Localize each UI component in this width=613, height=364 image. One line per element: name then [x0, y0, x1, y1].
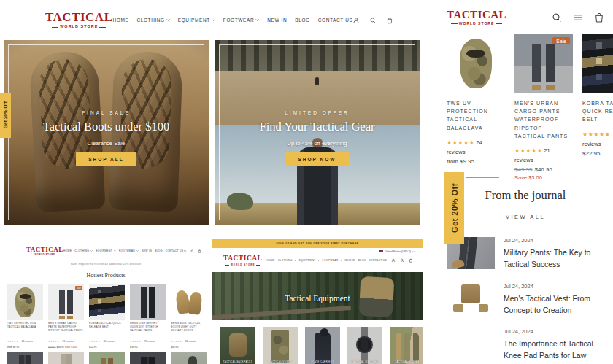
product-card[interactable]: KOBRA TACTICAL QUICK RELEASE BELT ★★★★★ …	[582, 34, 613, 181]
post-title[interactable]: Military Pants: The Key to Tactical Succ…	[504, 247, 612, 271]
product-image-stretch-pants[interactable]	[130, 284, 166, 320]
locale-selector[interactable]: United States (USD $)	[212, 248, 423, 254]
search-icon[interactable]	[400, 258, 404, 263]
view-all-button[interactable]: VIEW ALL	[496, 209, 555, 225]
product-image-cargo-pants[interactable]: Sale	[48, 284, 84, 320]
category-card-vests[interactable]: TACTICAL VESTS	[263, 327, 298, 364]
hero-title: Find Your Tactical Gear	[215, 120, 420, 134]
product-card[interactable]: Sale MEN'S URBAN CARGO PANTS WATERPROOF …	[514, 34, 573, 181]
account-icon[interactable]	[183, 249, 187, 253]
search-icon[interactable]	[369, 17, 377, 24]
nav-item-footwear[interactable]: FOOTWEAR	[223, 18, 259, 23]
product-card[interactable]: Kobra Tactical Quick Release Belt ★★★★★ …	[89, 284, 125, 349]
category-card-backpacks[interactable]: TACTICAL BACKPACKS	[220, 327, 255, 364]
nav-item-contact-us[interactable]: CONTACT US	[369, 259, 387, 262]
product-card[interactable]: Men's Lightweight Quick Dry Stretch Tact…	[130, 284, 166, 349]
product-image-balaclava[interactable]	[7, 284, 43, 320]
post-title[interactable]: Men's Tactical Vest: From Concept to Cre…	[504, 293, 612, 317]
product-image-khaki-pants[interactable]	[89, 352, 125, 364]
announcement-bar[interactable]: SIGN UP AND GET 20% OFF YOUR FIRST PURCH…	[212, 239, 423, 248]
star-rating: ★★★★★	[130, 340, 141, 343]
product-image-balaclava[interactable]	[447, 34, 505, 93]
shop-all-button[interactable]: SHOP ALL	[76, 152, 136, 166]
shop-now-button[interactable]: SHOP NOW	[286, 152, 349, 166]
store-logo[interactable]: TACTICAL WORLD STORE	[26, 247, 63, 256]
product-image-black-jeans[interactable]	[130, 352, 166, 364]
cart-bag-icon[interactable]	[386, 17, 393, 24]
product-card[interactable]: Men's Bulk Tactical Boots Light Duty Mil…	[171, 284, 207, 349]
nav-item-equipment[interactable]: EQUIPMENT	[299, 259, 320, 262]
store-logo[interactable]: TACTICAL WORLD STORE	[45, 11, 112, 29]
category-card-plate-carriers[interactable]: PLATE CARRIERS	[305, 327, 340, 364]
nav-item-footwear[interactable]: FOOTWEAR	[323, 259, 342, 262]
review-count: 30 reviews	[104, 340, 115, 343]
chevron-down-icon	[212, 19, 215, 21]
nav-item-equipment[interactable]: EQUIPMENT	[178, 18, 215, 23]
search-icon[interactable]	[190, 249, 194, 253]
hamburger-menu-icon[interactable]	[572, 12, 584, 23]
logo-tagline: WORLD STORE	[223, 264, 262, 266]
nav-item-clothing[interactable]: CLOTHING	[74, 249, 93, 252]
review-count: 75 reviews	[144, 340, 155, 343]
product-image-outdoor-pants[interactable]	[171, 352, 207, 364]
category-label: TACTICAL WATCHES	[347, 360, 382, 363]
product-image-cargo-pants[interactable]: Sale	[514, 34, 573, 93]
nav-item-contact-us[interactable]: CONTACT US	[318, 18, 353, 23]
product-card[interactable]: TWS UV Protection Tactical Balaclava ★★★…	[7, 284, 43, 349]
category-label: TACTICAL VESTS	[263, 360, 298, 363]
discount-ribbon[interactable]: Get 20% Off	[444, 172, 464, 244]
save-amount: Save $3.00	[65, 346, 77, 349]
account-icon[interactable]	[352, 17, 360, 24]
nav-item-clothing[interactable]: CLOTHING	[136, 18, 169, 23]
nav-item-new-in[interactable]: NEW IN	[267, 18, 287, 23]
category-card-gloves[interactable]: TACTICAL GLOVES	[390, 327, 423, 364]
store-logo[interactable]: TACTICAL WORLD STORE	[447, 9, 506, 26]
search-icon[interactable]	[551, 12, 563, 23]
product-image-gray-pants[interactable]	[7, 352, 43, 364]
chevron-down-icon	[412, 251, 415, 252]
nav-item-blog[interactable]: BLOG	[295, 18, 309, 23]
product-image-belt[interactable]	[582, 34, 613, 93]
journal-post[interactable]: Jul 24, 2024 Men's Tactical Vest: From C…	[438, 283, 613, 317]
nav-item-new-in[interactable]: NEW IN	[345, 259, 355, 262]
product-card[interactable]: Sale Men's Urban Cargo Pants Waterproof …	[48, 284, 84, 349]
header-icons	[391, 258, 413, 263]
nav-item-contact-us[interactable]: CONTACT US	[166, 249, 184, 252]
nav-item-new-in[interactable]: NEW IN	[142, 249, 152, 252]
nav-item-home[interactable]: HOME	[63, 249, 72, 252]
nav-item-blog[interactable]: BLOG	[358, 259, 366, 262]
sale-badge: Sale	[75, 286, 82, 290]
product-image-light-pants[interactable]	[48, 352, 84, 364]
product-grid-row	[0, 352, 212, 364]
nav-item-clothing[interactable]: CLOTHING	[278, 259, 296, 262]
product-card[interactable]: TWS UV PROTECTION TACTICAL BALACLAVA ★★★…	[447, 34, 505, 181]
product-image-belt[interactable]	[89, 284, 125, 320]
product-image-boots[interactable]	[171, 284, 207, 320]
account-icon[interactable]	[391, 258, 396, 263]
product-title: Kobra Tactical Quick Release Belt	[89, 322, 125, 332]
cart-bag-icon[interactable]	[593, 12, 605, 23]
journal-post[interactable]: Jul 24, 2024 Military Pants: The Key to …	[438, 237, 613, 271]
header-icons	[183, 249, 201, 253]
post-thumbnail-vest[interactable]	[447, 283, 495, 315]
post-title[interactable]: The Importance of Tactical Knee Pad Pant…	[504, 338, 612, 364]
chevron-down-icon	[255, 19, 259, 21]
nav-item-footwear[interactable]: FOOTWEAR	[119, 249, 139, 252]
nav-item-home[interactable]: HOME	[112, 18, 128, 23]
discount-ribbon[interactable]: Get 20% Off	[0, 93, 11, 138]
logo-title: TACTICAL	[26, 247, 63, 253]
nav-item-blog[interactable]: BLOG	[155, 249, 163, 252]
carousel-scrollbar[interactable]	[466, 177, 499, 178]
nav-item-home[interactable]: HOME	[266, 259, 274, 262]
hero-banner-boots[interactable]: FINAL SALE Tactical Boots under $100 Cle…	[4, 40, 209, 225]
nav-item-equipment[interactable]: EQUIPMENT	[96, 249, 116, 252]
cart-bag-icon[interactable]	[198, 249, 201, 253]
cart-bag-icon[interactable]	[409, 258, 413, 263]
store-logo[interactable]: TACTICAL WORLD STORE	[223, 255, 262, 266]
hero-eyebrow: LIMITED OFFER	[215, 110, 420, 115]
hero-banner-gear[interactable]: LIMITED OFFER Find Your Tactical Gear Up…	[215, 40, 420, 225]
journal-post[interactable]: Jul 24, 2024 The Importance of Tactical …	[438, 328, 613, 364]
hero-subtitle: Up to 45% off everything	[215, 140, 420, 147]
main-nav: HOME CLOTHING EQUIPMENT FOOTWEAR NEW IN …	[112, 18, 352, 23]
category-card-watches[interactable]: TACTICAL WATCHES	[347, 327, 382, 364]
